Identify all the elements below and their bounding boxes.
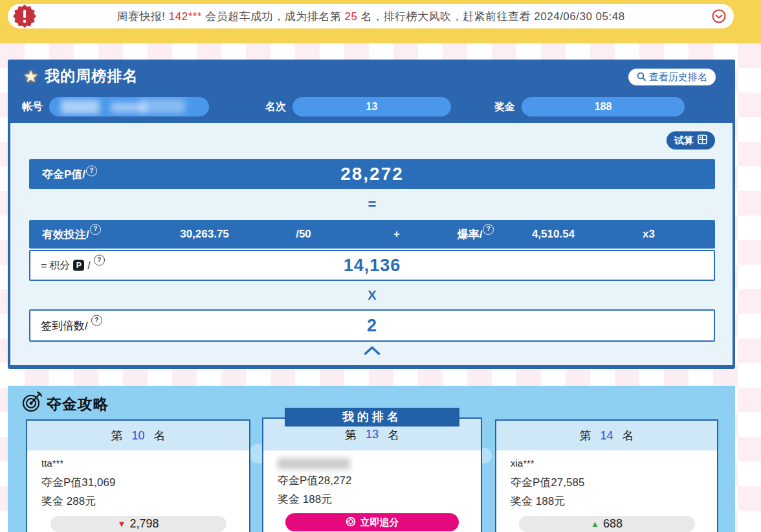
calc-rows: 夺金P值/? 28,272 = 有效投注/? 30,263.75 /50 + 爆…	[29, 159, 715, 355]
strategy-card-rank-13-mine: 第 13 名 夺金P值28,272 奖金 188元	[262, 417, 482, 532]
trial-calc-button[interactable]: 试算	[667, 131, 715, 150]
card-body: 夺金P值28,272 奖金 188元 立即追分	[263, 450, 481, 531]
account-summary-row: 帐号 名次 13 奖金 188	[8, 97, 735, 116]
p-value-line: 夺金P值31,069	[41, 475, 235, 490]
strategy-title: 夺金攻略	[47, 394, 109, 414]
target-icon	[22, 391, 43, 417]
delta-indicator: ▲ 688	[519, 516, 695, 532]
collapse-banner-icon[interactable]	[712, 9, 726, 26]
collapse-panel-chevron-icon[interactable]	[29, 346, 715, 355]
rank-number: 14	[600, 429, 613, 443]
view-history-button[interactable]: 查看历史排名	[628, 69, 716, 85]
bonus-label: 奖金	[494, 100, 515, 114]
rank-group: 名次 13	[265, 97, 451, 116]
burst-label: 爆率/?	[427, 227, 524, 242]
plus-operator: +	[366, 228, 427, 241]
card-rank-header: 第 10 名	[27, 421, 249, 450]
bet-divisor: /50	[241, 228, 366, 241]
card-rank-header: 第 14 名	[496, 421, 717, 450]
rank-value: 13	[366, 101, 378, 113]
bonus-value: 188	[595, 101, 612, 113]
burst-multiplier: x3	[582, 228, 715, 241]
card-title: 我的周榜排名	[45, 66, 138, 86]
card-title-row: ★ 我的周榜排名	[23, 66, 138, 86]
bonus-line: 奖金 188元	[278, 492, 467, 507]
strategy-title-row: 夺金攻略	[22, 391, 109, 417]
chase-points-label: 立即追分	[360, 516, 399, 529]
announcement-timestamp: 2024/06/30 05:48	[534, 10, 624, 23]
announcement-rank: 25	[344, 10, 357, 23]
delta-value: 688	[603, 517, 623, 531]
alert-badge-icon	[13, 5, 36, 30]
down-triangle-icon: ▼	[118, 520, 126, 528]
equals-operator: =	[29, 189, 715, 220]
chip-icon	[346, 516, 356, 529]
p-value: 28,272	[29, 164, 715, 184]
bonus-line: 奖金 188元	[511, 494, 703, 509]
delta-value: 2,798	[129, 517, 159, 531]
rank-value-pill: 13	[292, 97, 451, 116]
up-triangle-icon: ▲	[591, 520, 599, 528]
bonus-group: 奖金 188	[494, 97, 685, 116]
announcement-member: 142***	[169, 10, 202, 23]
p-value-line: 夺金P值27,585	[511, 475, 703, 490]
calc-panel: 试算 夺金P值/? 28,272 = 有效投注/?	[10, 123, 733, 365]
signin-multiplier-row: 签到倍数/ ? 2	[29, 309, 715, 342]
rank-label: 名次	[265, 100, 286, 114]
chase-points-button[interactable]: 立即追分	[285, 513, 459, 531]
weekly-ranking-card: ★ 我的周榜排名 查看历史排名 帐号 名次 13 奖金	[8, 60, 735, 369]
announcement-pill: 周赛快报! 142*** 会员超车成功，成为排名第 25 名，排行榜大风吹，赶紧…	[8, 4, 734, 28]
announcement-text: 周赛快报! 142*** 会员超车成功，成为排名第 25 名，排行榜大风吹，赶紧…	[8, 9, 734, 24]
account-value-pill-blurred	[49, 97, 209, 116]
p-value-row: 夺金P值/? 28,272	[29, 159, 715, 189]
announcement-prefix: 周赛快报!	[116, 10, 168, 23]
announcement-banner: 周赛快报! 142*** 会员超车成功，成为排名第 25 名，排行榜大风吹，赶紧…	[0, 0, 761, 43]
rank-number: 13	[366, 428, 379, 441]
search-icon	[637, 72, 646, 83]
delta-indicator: ▼ 2,798	[50, 516, 226, 532]
bonus-value-pill: 188	[522, 97, 685, 116]
account-group: 帐号	[22, 97, 209, 116]
username: xia***	[511, 456, 703, 471]
my-rank-ribbon: 我的排名	[285, 408, 459, 427]
announcement-mid1: 会员超车成功，成为排名第	[202, 10, 344, 23]
view-history-label: 查看历史排名	[649, 71, 707, 83]
signin-value: 2	[30, 316, 714, 336]
burst-value: 4,510.54	[524, 228, 582, 241]
rank-number: 10	[131, 429, 144, 443]
strategy-card-rank-10: 第 10 名 tta*** 夺金P值31,069 奖金 288元 ▼ 2,798	[26, 419, 250, 532]
calculator-icon	[698, 135, 707, 146]
help-icon[interactable]: ?	[483, 224, 494, 235]
card-body: tta*** 夺金P值31,069 奖金 288元 ▼ 2,798	[27, 450, 249, 532]
trial-calc-label: 试算	[674, 135, 694, 147]
username: tta***	[41, 456, 235, 471]
bet-value: 30,263.75	[168, 228, 241, 241]
username-blurred	[278, 458, 350, 469]
help-icon[interactable]: ?	[90, 224, 101, 235]
strategy-section: 夺金攻略 我的排名 第 10 名 tta*** 夺金P值31,069 奖金 28…	[8, 386, 735, 532]
p-value-line: 夺金P值28,272	[278, 473, 467, 488]
bet-burst-row: 有效投注/? 30,263.75 /50 + 爆率/? 4,510.54 x3	[29, 220, 715, 249]
strategy-card-rank-14: 第 14 名 xia*** 夺金P值27,585 奖金 188元 ▲ 688	[495, 419, 718, 532]
points-value: 14,136	[30, 256, 714, 276]
announcement-mid2: 名，排行榜大风吹，赶紧前往查看	[357, 10, 534, 23]
bonus-line: 奖金 288元	[41, 494, 235, 509]
times-operator: X	[29, 281, 715, 309]
points-row: = 积分 P / ? 14,136	[29, 250, 715, 281]
account-label: 帐号	[22, 100, 43, 114]
bet-label: 有效投注/?	[29, 227, 168, 242]
card-body: xia*** 夺金P值27,585 奖金 188元 ▲ 688	[496, 450, 717, 532]
star-icon: ★	[23, 68, 38, 85]
